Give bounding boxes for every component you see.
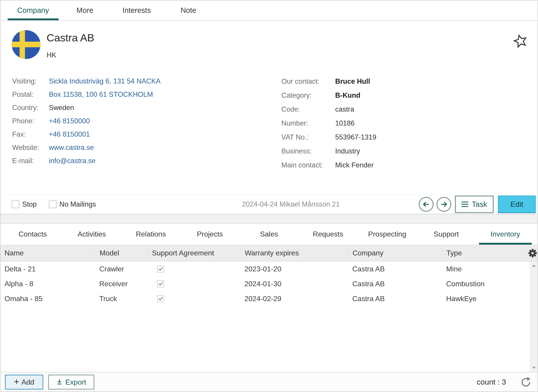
company-card: Castra AB HK Visiting: Sickla Industrivä…: [0, 21, 538, 214]
inventory-table-header: Name Model Support Agreement Warranty ex…: [0, 245, 538, 261]
card-tab-bar: Company More Interests Note: [0, 0, 538, 21]
postal-address-link[interactable]: Box 11538, 100 61 STOCKHOLM: [49, 90, 153, 104]
field-label: Phone:: [12, 117, 49, 130]
cell-type: HawkEye: [442, 294, 527, 303]
our-contact-value: Bruce Hull: [335, 77, 370, 91]
detail-row-code: Code: castra: [281, 105, 376, 119]
field-label: Postal:: [12, 90, 49, 104]
plus-icon: +: [14, 377, 19, 386]
no-mailings-label: No Mailings: [59, 200, 96, 208]
tab-support[interactable]: Support: [417, 224, 476, 245]
detail-row-postal: Postal: Box 11538, 100 61 STOCKHOLM: [12, 90, 160, 104]
add-button-label: Add: [21, 378, 34, 386]
address-details: Visiting: Sickla Industriväg 6, 131 54 N…: [12, 77, 160, 170]
fax-link[interactable]: +46 8150001: [49, 130, 90, 144]
tab-inventory[interactable]: Inventory: [476, 224, 535, 245]
detail-row-vat: VAT No.: 553967-1319: [281, 133, 376, 147]
field-label: Fax:: [12, 130, 49, 144]
visiting-address-link[interactable]: Sickla Industriväg 6, 131 54 NACKA: [49, 77, 160, 90]
support-agreement-checkbox[interactable]: [157, 266, 164, 272]
related-tab-bar: Contacts Activities Relations Projects S…: [0, 224, 538, 245]
column-header-type[interactable]: Type: [442, 245, 527, 261]
tab-projects[interactable]: Projects: [180, 224, 239, 245]
vertical-scrollbar[interactable]: [530, 261, 538, 372]
task-button-label: Task: [472, 200, 487, 209]
flag-horizontal-bar: [12, 42, 41, 47]
tab-contacts[interactable]: Contacts: [3, 224, 62, 245]
tab-requests[interactable]: Requests: [299, 224, 357, 245]
tab-more[interactable]: More: [59, 0, 111, 20]
favorite-star-icon[interactable]: [513, 34, 528, 49]
tab-prospecting[interactable]: Prospecting: [358, 224, 417, 245]
table-row[interactable]: Omaha - 85 Truck 2024-02-29 Castra AB Ha…: [0, 291, 538, 306]
table-row[interactable]: Alpha - 8 Receiver 2024-01-30 Castra AB …: [0, 276, 538, 291]
company-subtitle: HK: [47, 51, 56, 59]
category-value: B-Kund: [335, 91, 360, 105]
stop-checkbox[interactable]: [12, 201, 19, 208]
support-agreement-checkbox[interactable]: [157, 280, 164, 287]
column-header-name[interactable]: Name: [0, 245, 95, 261]
main-contact-value: Mick Fender: [335, 161, 374, 175]
tab-company[interactable]: Company: [7, 0, 59, 20]
cell-type: Combustion: [442, 280, 527, 288]
tab-interests[interactable]: Interests: [111, 0, 163, 20]
website-link[interactable]: www.castra.se: [49, 144, 94, 157]
tab-note[interactable]: Note: [163, 0, 214, 20]
export-button-label: Export: [65, 378, 86, 386]
column-header-company[interactable]: Company: [348, 245, 442, 261]
tab-relations[interactable]: Relations: [121, 224, 180, 245]
menu-lines-icon: [461, 201, 469, 207]
detail-row-category: Category: B-Kund: [281, 91, 376, 105]
record-count: count : 3: [477, 372, 506, 392]
previous-record-button[interactable]: [419, 197, 434, 212]
field-label: Number:: [281, 119, 335, 133]
detail-row-fax: Fax: +46 8150001: [12, 130, 160, 144]
cell-name: Omaha - 85: [0, 294, 95, 303]
task-button[interactable]: Task: [455, 196, 494, 213]
field-label: Category:: [281, 91, 335, 105]
no-mailings-checkbox[interactable]: [49, 201, 56, 208]
edit-button[interactable]: Edit: [498, 196, 536, 213]
cell-name: Delta - 21: [0, 265, 95, 273]
table-row[interactable]: Delta - 21 Crawler 2023-01-20 Castra AB …: [0, 261, 538, 276]
support-agreement-checkbox[interactable]: [157, 295, 164, 302]
scroll-down-icon[interactable]: [532, 367, 536, 369]
column-header-support-agreement[interactable]: Support Agreement: [148, 245, 240, 261]
column-settings-button[interactable]: [527, 245, 538, 261]
detail-row-business: Business: Industry: [281, 147, 376, 161]
refresh-icon: [520, 377, 531, 388]
field-label: VAT No.:: [281, 133, 335, 147]
business-details: Our contact: Bruce Hull Category: B-Kund…: [281, 77, 376, 175]
detail-row-number: Number: 10186: [281, 119, 376, 133]
cell-support-agreement: [148, 280, 240, 287]
arrow-right-icon: [440, 200, 448, 208]
detail-row-phone: Phone: +46 8150000: [12, 117, 160, 130]
cell-support-agreement: [148, 295, 240, 302]
cell-company: Castra AB: [348, 265, 442, 273]
number-value: 10186: [335, 119, 355, 133]
tab-sales[interactable]: Sales: [239, 224, 299, 245]
refresh-button[interactable]: [520, 377, 531, 388]
add-button[interactable]: + Add: [5, 375, 43, 390]
cell-type: Mine: [442, 265, 527, 273]
detail-row-country: Country: Sweden: [12, 104, 160, 117]
scroll-up-icon[interactable]: [532, 265, 536, 267]
phone-link[interactable]: +46 8150000: [49, 117, 90, 130]
stop-label: Stop: [22, 200, 37, 208]
export-button[interactable]: Export: [48, 375, 94, 390]
country-value: Sweden: [49, 104, 74, 117]
business-value: Industry: [335, 147, 360, 161]
field-label: Main contact:: [281, 161, 335, 175]
company-name: Castra AB: [47, 32, 94, 44]
tab-activities[interactable]: Activities: [62, 224, 121, 245]
next-record-button[interactable]: [436, 197, 451, 212]
detail-row-website: Website: www.castra.se: [12, 144, 160, 157]
arrow-left-icon: [422, 200, 430, 208]
column-header-warranty-expires[interactable]: Warranty expires: [240, 245, 348, 261]
vat-value: 553967-1319: [335, 133, 376, 147]
column-header-model[interactable]: Model: [95, 245, 148, 261]
cell-company: Castra AB: [348, 280, 442, 288]
email-link[interactable]: info@castra.se: [49, 157, 95, 170]
field-label: Website:: [12, 144, 49, 157]
sweden-flag-avatar: [12, 30, 41, 59]
